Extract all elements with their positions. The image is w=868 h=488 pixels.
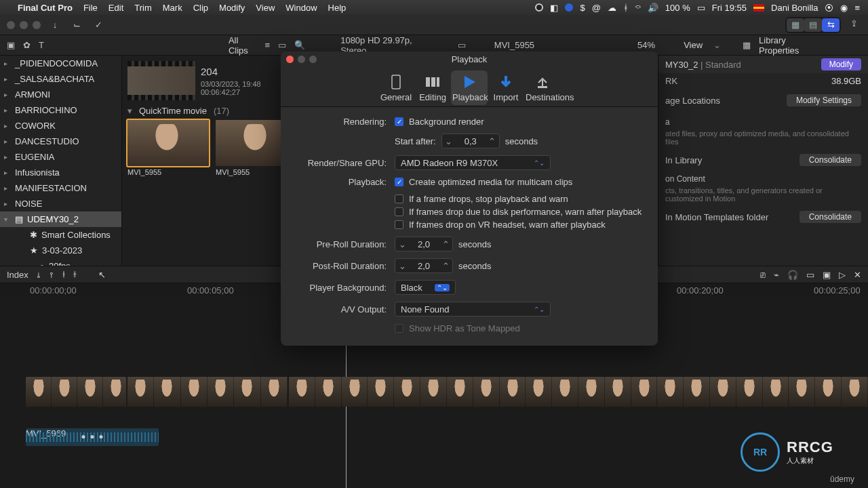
tl-overwrite-icon[interactable]: ⫳ [73, 269, 77, 280]
chevron-down-icon[interactable]: ⌄ [713, 40, 721, 50]
min-icon[interactable] [298, 56, 305, 63]
sidebar-item-active[interactable]: ▾▤ UDEMY30_2 [0, 211, 121, 227]
sidebar-item[interactable]: ▸DANCESTUDIO [0, 134, 121, 149]
import-icon[interactable]: ↓ [47, 18, 62, 32]
index-button[interactable]: Index [7, 270, 28, 280]
menu-mark[interactable]: Mark [163, 3, 182, 13]
tab-playback[interactable]: Playback [451, 70, 488, 105]
prefs-titlebar[interactable]: Playback [281, 52, 658, 66]
status-icon[interactable]: ◧ [550, 3, 558, 13]
sidebar-item[interactable]: ▸Infusionista [0, 165, 121, 180]
status-dollar-icon[interactable]: $ [580, 3, 585, 13]
seg-inspector-icon[interactable]: ⇆ [822, 18, 840, 32]
check-icon[interactable]: ✓ [91, 18, 106, 32]
sidebar-item[interactable]: ▸_SALSA&BACHATA [0, 71, 121, 87]
tl-next-icon[interactable]: ▷ [839, 270, 846, 280]
photos-icon[interactable]: ✿ [23, 40, 31, 50]
seg-grid-icon[interactable]: ▦ [787, 18, 804, 32]
menu-help[interactable]: Help [328, 3, 347, 13]
status-clock[interactable]: Fri 19:55 [712, 3, 747, 13]
playerbg-select[interactable]: Black⌃⌄ [395, 280, 456, 295]
status-bt-icon[interactable]: ᚼ [623, 3, 629, 13]
share-icon[interactable]: ⇪ [846, 17, 861, 30]
status-spotlight-icon[interactable]: ⦿ [825, 3, 833, 13]
menu-trim[interactable]: Trim [134, 3, 152, 13]
status-record-icon[interactable] [535, 3, 543, 12]
zoom-level[interactable]: 54% [637, 40, 655, 50]
status-cloud-icon[interactable]: ☁︎ [608, 3, 616, 13]
modify-settings-button[interactable]: Modify Settings [787, 94, 861, 106]
sidebar-item[interactable]: ▸COWORK [0, 118, 121, 134]
sidebar-item[interactable]: ▸_PIDIENDOCOMIDA [0, 56, 121, 71]
tab-destinations[interactable]: Destinations [524, 70, 561, 105]
modify-button[interactable]: Modify [821, 58, 861, 70]
status-battery-icon[interactable]: ▭ [697, 3, 705, 13]
status-dot-icon[interactable] [565, 3, 573, 12]
menu-clip[interactable]: Clip [193, 3, 208, 13]
filter-menu-icon[interactable]: ≡ [265, 40, 271, 50]
sidebar-smart-collections[interactable]: ✱ Smart Collections [0, 227, 121, 243]
status-flag-icon[interactable] [753, 4, 764, 12]
tab-general[interactable]: General [378, 70, 414, 105]
clip-thumb[interactable]: MVI_5955 [127, 120, 209, 176]
seg-list-icon[interactable]: ▤ [804, 18, 822, 32]
postroll-stepper[interactable]: ⌄2,0⌃ [395, 258, 453, 273]
timeline-clip[interactable]: MVI_5969 [127, 377, 288, 407]
status-wifi-icon[interactable]: ⌔ [635, 3, 641, 13]
pb4-checkbox[interactable] [395, 220, 403, 229]
tl-view-icon[interactable]: ▣ [823, 270, 831, 280]
window-controls[interactable] [7, 21, 41, 29]
timeline-clip[interactable]: MVI_5969 [289, 377, 868, 407]
tab-editing[interactable]: Editing [414, 70, 451, 105]
av-select[interactable]: None Found⌃⌄ [395, 302, 551, 317]
keyword-icon[interactable]: ⌙ [69, 18, 84, 32]
clip-appearance-icon[interactable]: ▭ [278, 40, 286, 50]
titles-icon[interactable]: T [39, 40, 44, 50]
tl-close-icon[interactable]: ✕ [854, 270, 861, 280]
tl-connect-icon[interactable]: ⫰ [37, 270, 41, 280]
library-icon[interactable]: ▣ [7, 40, 15, 50]
tl-skim-icon[interactable]: ▭ [806, 270, 814, 280]
gpu-select[interactable]: AMD Radeon R9 M370X⌃⌄ [395, 155, 551, 170]
start-after-stepper[interactable]: ⌄0,3⌃ [441, 134, 500, 148]
tl-snap-icon[interactable]: ⌁ [774, 270, 779, 280]
consolidate-button[interactable]: Consolidate [800, 154, 861, 166]
tl-arrow-tool-icon[interactable]: ↖ [98, 270, 106, 280]
filter-allclips[interactable]: All Clips [229, 35, 257, 56]
pb2-checkbox[interactable] [395, 195, 403, 203]
consolidate-button-2[interactable]: Consolidate [800, 211, 861, 223]
view-menu[interactable]: View [684, 40, 703, 50]
sidebar-keyword[interactable]: ⌕ 30fps [0, 258, 121, 266]
sidebar-item[interactable]: ▸BARRIOCHINO [0, 102, 121, 118]
bg-render-checkbox[interactable] [395, 117, 403, 126]
tl-append-icon[interactable]: ⫲ [62, 269, 65, 280]
menu-window[interactable]: Window [285, 3, 317, 13]
sidebar-item[interactable]: ▸MANIFESTACION [0, 180, 121, 196]
status-siri-icon[interactable]: ◉ [840, 3, 848, 13]
grid-icon[interactable]: ▦ [743, 40, 751, 50]
status-battery[interactable]: 100 % [665, 3, 690, 13]
sidebar-event[interactable]: ★ 3-03-2023 [0, 243, 121, 258]
pb1-checkbox[interactable] [395, 178, 403, 186]
search-icon[interactable]: 🔍 [294, 40, 305, 50]
status-menu-icon[interactable]: ≡ [854, 3, 860, 13]
tl-audio-icon[interactable]: ⎚ [760, 270, 766, 280]
menu-file[interactable]: File [83, 3, 98, 13]
menu-modify[interactable]: Modify [219, 3, 245, 13]
sidebar-item[interactable]: ▸EUGENIA [0, 149, 121, 165]
timeline-audio-clip[interactable]: MVI_5969 [26, 428, 159, 446]
event-thumbnail[interactable] [127, 61, 195, 100]
timeline-clip[interactable]: MVI_5969 [26, 377, 126, 407]
sidebar-item[interactable]: ▸ARMONI [0, 87, 121, 102]
tab-import[interactable]: Import [488, 70, 524, 105]
status-volume-icon[interactable]: 🔊 [648, 3, 658, 13]
menu-edit[interactable]: Edit [108, 3, 123, 13]
tl-headphones-icon[interactable]: 🎧 [787, 270, 798, 280]
sidebar-item[interactable]: ▸NOISE [0, 196, 121, 211]
status-at-icon[interactable]: @ [592, 3, 601, 13]
status-user[interactable]: Dani Bonilla [771, 3, 818, 13]
tl-insert-icon[interactable]: ⫯ [50, 270, 54, 280]
preroll-stepper[interactable]: ⌄2,0⌃ [395, 237, 453, 251]
close-icon[interactable] [286, 56, 294, 63]
pb3-checkbox[interactable] [395, 207, 403, 216]
